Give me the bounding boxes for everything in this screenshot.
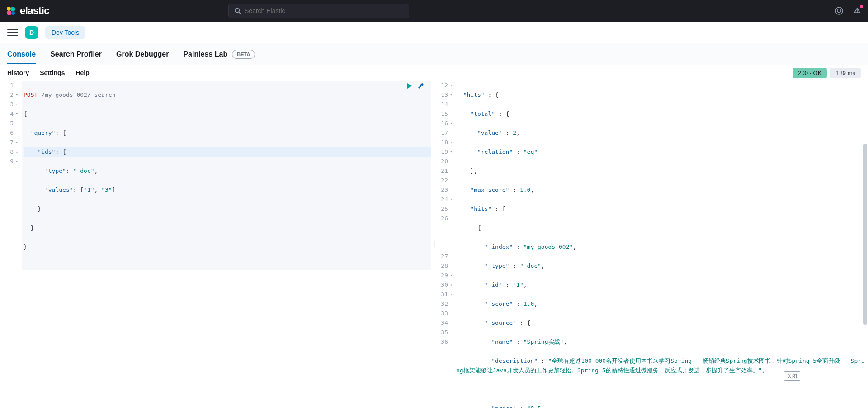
- search-input[interactable]: [245, 7, 403, 14]
- nav-toggle-button[interactable]: [7, 27, 18, 38]
- request-path: /my_goods_002/_search: [41, 91, 115, 98]
- svg-point-3: [12, 12, 15, 15]
- global-search[interactable]: [228, 4, 409, 18]
- request-editor[interactable]: POST /my_goods_002/_search { "query": { …: [22, 81, 431, 270]
- console-toolbar: History Settings Help 200 - OK 189 ms: [0, 65, 868, 81]
- setup-guide-icon[interactable]: [852, 5, 863, 16]
- response-viewer[interactable]: "hits" : { "total" : { "value" : 2, "rel…: [456, 81, 868, 408]
- pane-splitter[interactable]: ║: [431, 81, 437, 408]
- notification-dot-icon: [860, 5, 863, 8]
- request-options-button[interactable]: [417, 82, 425, 91]
- search-icon: [234, 7, 241, 14]
- settings-link[interactable]: Settings: [40, 69, 65, 76]
- space-avatar[interactable]: D: [25, 26, 38, 39]
- status-badge: 200 - OK: [793, 68, 827, 78]
- editor-container: 1 2▾ 3▾ 4▾ 5 6 7▴ 8▴ 9▴ POST /my_goods_0…: [0, 81, 868, 408]
- tab-painless-lab[interactable]: Painless Lab BETA: [183, 44, 255, 64]
- sub-header: D Dev Tools: [0, 22, 868, 43]
- history-link[interactable]: History: [7, 69, 29, 76]
- beta-badge: BETA: [232, 50, 255, 59]
- svg-point-7: [837, 9, 841, 13]
- response-gutter: 12▾ 13▾ 14 15 16▴ 17 18▾ 19▾ 20 21 22 23…: [437, 81, 456, 346]
- request-pane[interactable]: 1 2▾ 3▾ 4▾ 5 6 7▴ 8▴ 9▴ POST /my_goods_0…: [0, 81, 431, 408]
- elastic-logo-icon: [5, 5, 16, 16]
- scrollbar[interactable]: [863, 144, 867, 325]
- logo[interactable]: elastic: [5, 5, 49, 17]
- svg-point-1: [10, 7, 15, 12]
- tab-painless-label: Painless Lab: [183, 50, 227, 58]
- svg-point-6: [835, 7, 843, 14]
- request-gutter: 1 2▾ 3▾ 4▾ 5 6 7▴ 8▴ 9▴: [0, 81, 22, 166]
- response-pane[interactable]: 12▾ 13▾ 14 15 16▴ 17 18▾ 19▾ 20 21 22 23…: [437, 81, 868, 408]
- global-header: elastic: [0, 0, 868, 22]
- help-link[interactable]: Help: [75, 69, 89, 76]
- svg-point-0: [7, 7, 11, 11]
- tab-search-profiler[interactable]: Search Profiler: [50, 45, 102, 64]
- time-badge: 189 ms: [830, 68, 861, 78]
- svg-point-4: [235, 8, 239, 12]
- tab-console[interactable]: Console: [7, 45, 36, 64]
- svg-line-5: [239, 12, 241, 14]
- tab-grok-debugger[interactable]: Grok Debugger: [116, 45, 169, 64]
- brand-text: elastic: [20, 5, 49, 17]
- dev-tools-tabs: Console Search Profiler Grok Debugger Pa…: [0, 43, 868, 65]
- newsfeed-icon[interactable]: [834, 5, 844, 16]
- breadcrumb[interactable]: Dev Tools: [45, 26, 85, 39]
- close-button[interactable]: 关闭: [784, 371, 800, 381]
- http-method: POST: [24, 91, 38, 98]
- run-request-button[interactable]: [406, 82, 413, 91]
- svg-point-2: [7, 10, 12, 15]
